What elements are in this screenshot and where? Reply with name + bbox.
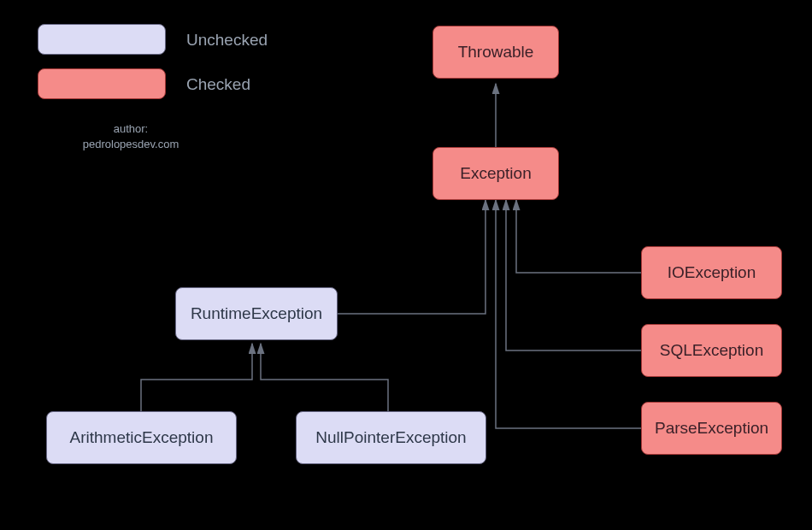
- node-runtime-exception: RuntimeException: [175, 287, 338, 340]
- node-throwable: Throwable: [432, 26, 559, 79]
- node-arithmetic-exception: ArithmeticException: [46, 411, 237, 464]
- node-exception-label: Exception: [460, 164, 531, 183]
- node-null-pointer-exception: NullPointerException: [296, 411, 486, 464]
- author-credit: author: pedrolopesdev.com: [75, 121, 186, 152]
- author-line2: pedrolopesdev.com: [83, 138, 179, 150]
- legend-unchecked-swatch: [38, 24, 166, 55]
- node-exception: Exception: [432, 147, 559, 200]
- node-throwable-label: Throwable: [458, 43, 534, 62]
- legend-checked-swatch: [38, 68, 166, 99]
- node-parse-exception-label: ParseException: [655, 419, 768, 438]
- node-sql-exception: SQLException: [641, 324, 782, 377]
- node-null-pointer-exception-label: NullPointerException: [315, 428, 466, 447]
- node-io-exception: IOException: [641, 246, 782, 299]
- node-parse-exception: ParseException: [641, 402, 782, 455]
- node-io-exception-label: IOException: [668, 263, 756, 282]
- legend-checked-label: Checked: [186, 75, 250, 94]
- author-line1: author:: [114, 122, 148, 135]
- node-runtime-exception-label: RuntimeException: [191, 304, 322, 323]
- legend-unchecked-label: Unchecked: [186, 31, 268, 50]
- node-arithmetic-exception-label: ArithmeticException: [70, 428, 214, 447]
- node-sql-exception-label: SQLException: [660, 341, 763, 360]
